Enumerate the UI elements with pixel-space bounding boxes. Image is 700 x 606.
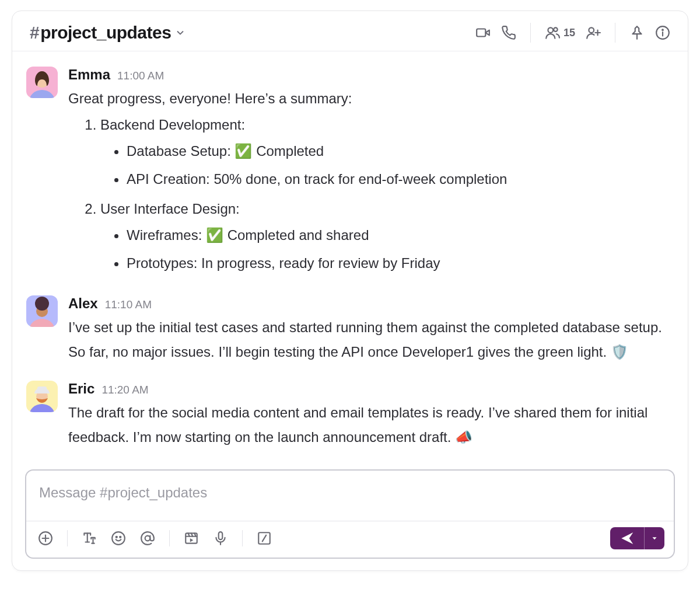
audio-call-button[interactable] [501,25,516,40]
list-item: Database Setup: ✅ Completed [127,137,670,165]
svg-marker-40 [653,537,657,539]
message-time: 11:20 AM [102,384,148,396]
text-format-icon [82,531,97,546]
svg-point-27 [116,537,117,538]
section-heading: Backend Development: [100,117,245,133]
list-item: Wireframes: ✅ Completed and shared [127,221,670,249]
microphone-icon [213,531,228,546]
section-items: Database Setup: ✅ Completed API Creation… [100,137,670,193]
at-icon [140,531,155,546]
member-count: 15 [564,27,575,39]
summary-section: User Interface Design: Wireframes: ✅ Com… [100,195,670,279]
audio-clip-button[interactable] [211,528,230,548]
svg-rect-0 [477,29,485,37]
svg-point-10 [662,29,663,30]
message-text: I’ve set up the initial test cases and s… [68,315,670,364]
message-body: Eric 11:20 AM The draft for the social m… [68,381,670,450]
people-icon [545,25,560,40]
emoji-button[interactable] [108,528,128,548]
clapper-icon [184,531,199,546]
hash-icon: # [30,23,39,42]
message-author: Alex [68,295,98,312]
channel-header: #project_updates 15 [12,11,688,51]
attach-button[interactable] [36,528,55,548]
channel-name-text: project_updates [40,23,171,42]
message: Emma 11:00 AM Great progress, everyone! … [12,58,670,287]
chat-app: #project_updates 15 [12,11,688,571]
message-header: Eric 11:20 AM [68,381,670,397]
svg-rect-18 [37,386,47,391]
svg-point-28 [120,537,121,538]
caret-down-icon [650,534,659,542]
composer-toolbar [26,521,674,558]
svg-point-3 [554,27,558,32]
avatar[interactable] [26,295,58,327]
send-button[interactable] [610,527,645,549]
smile-icon [111,531,126,546]
svg-rect-36 [219,532,223,539]
message-text: Great progress, everyone! Here’s a summa… [68,86,670,279]
svg-point-2 [548,27,553,33]
phone-icon [501,25,516,40]
avatar[interactable] [26,67,58,98]
send-icon [621,532,634,545]
message-time: 11:10 AM [105,298,152,311]
plus-circle-icon [38,531,53,546]
info-button[interactable] [655,25,670,40]
svg-marker-35 [190,538,193,542]
message-input[interactable]: Message #project_updates [26,471,674,521]
video-clip-button[interactable] [181,528,201,548]
pin-icon [629,25,645,40]
formatting-button[interactable] [79,528,99,548]
add-member-button[interactable] [586,25,601,40]
message: Eric 11:20 AM The draft for the social m… [12,372,670,458]
separator [242,530,243,546]
message-body: Alex 11:10 AM I’ve set up the initial te… [68,295,670,364]
avatar[interactable] [26,381,58,412]
header-actions: 15 [475,23,670,43]
list-item: API Creation: 50% done, on track for end… [127,165,670,193]
message-composer: Message #project_updates [25,469,675,559]
separator [67,530,68,546]
svg-line-39 [262,535,267,542]
slash-box-icon [257,531,272,546]
pin-button[interactable] [629,25,645,40]
chevron-down-icon [174,27,186,39]
send-button-group [610,527,664,549]
message: Alex 11:10 AM I’ve set up the initial te… [12,287,670,372]
message-intro: Great progress, everyone! Here’s a summa… [68,86,670,111]
message-body: Emma 11:00 AM Great progress, everyone! … [68,67,670,279]
send-options-button[interactable] [645,527,664,549]
info-icon [655,25,670,40]
mention-button[interactable] [138,528,158,548]
separator [530,23,531,43]
members-button[interactable]: 15 [545,25,575,40]
message-text: The draft for the social media content a… [68,400,670,450]
message-header: Alex 11:10 AM [68,295,670,312]
svg-point-4 [589,27,594,33]
svg-point-26 [112,532,125,545]
shortcuts-button[interactable] [254,528,274,548]
message-list: Emma 11:00 AM Great progress, everyone! … [12,51,688,466]
message-author: Emma [68,67,110,83]
list-item: Prototypes: In progress, ready for revie… [127,249,670,277]
video-call-button[interactable] [475,25,491,40]
message-author: Eric [68,381,94,397]
section-items: Wireframes: ✅ Completed and shared Proto… [100,221,670,277]
section-heading: User Interface Design: [100,201,240,217]
separator [615,23,615,43]
video-icon [475,25,491,40]
summary-section: Backend Development: Database Setup: ✅ C… [100,111,670,195]
svg-point-11 [29,90,55,98]
svg-point-15 [35,297,49,311]
svg-point-29 [145,536,150,541]
message-time: 11:00 AM [117,69,164,82]
message-header: Emma 11:00 AM [68,67,670,83]
svg-point-13 [29,319,55,327]
separator [169,530,170,546]
svg-point-16 [29,404,55,412]
add-person-icon [586,25,601,40]
summary-list: Backend Development: Database Setup: ✅ C… [68,111,670,279]
channel-name: #project_updates [30,23,171,43]
channel-title-button[interactable]: #project_updates [30,23,186,43]
